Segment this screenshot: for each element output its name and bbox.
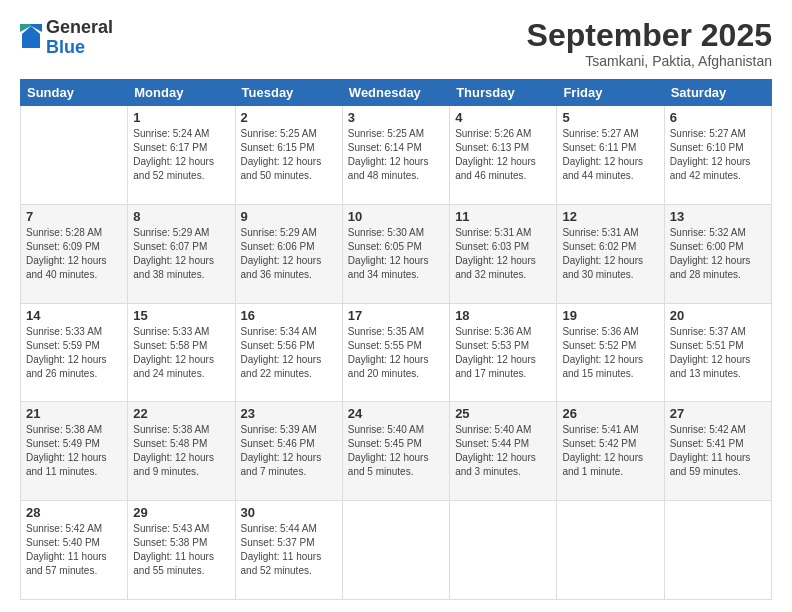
table-row: 10Sunrise: 5:30 AMSunset: 6:05 PMDayligh…	[342, 204, 449, 303]
location-subtitle: Tsamkani, Paktia, Afghanistan	[527, 53, 772, 69]
day-info: Sunrise: 5:42 AMSunset: 5:40 PMDaylight:…	[26, 522, 122, 578]
header: General Blue September 2025 Tsamkani, Pa…	[20, 18, 772, 69]
day-number: 16	[241, 308, 337, 323]
day-info: Sunrise: 5:32 AMSunset: 6:00 PMDaylight:…	[670, 226, 766, 282]
table-row: 2Sunrise: 5:25 AMSunset: 6:15 PMDaylight…	[235, 106, 342, 205]
day-number: 3	[348, 110, 444, 125]
page: General Blue September 2025 Tsamkani, Pa…	[0, 0, 792, 612]
logo-icon	[20, 24, 42, 52]
header-thursday: Thursday	[450, 80, 557, 106]
table-row	[557, 501, 664, 600]
day-info: Sunrise: 5:29 AMSunset: 6:06 PMDaylight:…	[241, 226, 337, 282]
day-info: Sunrise: 5:38 AMSunset: 5:49 PMDaylight:…	[26, 423, 122, 479]
calendar-week-row: 28Sunrise: 5:42 AMSunset: 5:40 PMDayligh…	[21, 501, 772, 600]
day-number: 2	[241, 110, 337, 125]
day-number: 8	[133, 209, 229, 224]
header-tuesday: Tuesday	[235, 80, 342, 106]
calendar-week-row: 14Sunrise: 5:33 AMSunset: 5:59 PMDayligh…	[21, 303, 772, 402]
table-row: 20Sunrise: 5:37 AMSunset: 5:51 PMDayligh…	[664, 303, 771, 402]
table-row: 30Sunrise: 5:44 AMSunset: 5:37 PMDayligh…	[235, 501, 342, 600]
header-friday: Friday	[557, 80, 664, 106]
day-info: Sunrise: 5:35 AMSunset: 5:55 PMDaylight:…	[348, 325, 444, 381]
table-row: 23Sunrise: 5:39 AMSunset: 5:46 PMDayligh…	[235, 402, 342, 501]
day-info: Sunrise: 5:31 AMSunset: 6:02 PMDaylight:…	[562, 226, 658, 282]
day-info: Sunrise: 5:36 AMSunset: 5:52 PMDaylight:…	[562, 325, 658, 381]
day-info: Sunrise: 5:24 AMSunset: 6:17 PMDaylight:…	[133, 127, 229, 183]
day-number: 28	[26, 505, 122, 520]
day-info: Sunrise: 5:29 AMSunset: 6:07 PMDaylight:…	[133, 226, 229, 282]
table-row: 29Sunrise: 5:43 AMSunset: 5:38 PMDayligh…	[128, 501, 235, 600]
table-row: 8Sunrise: 5:29 AMSunset: 6:07 PMDaylight…	[128, 204, 235, 303]
day-info: Sunrise: 5:41 AMSunset: 5:42 PMDaylight:…	[562, 423, 658, 479]
logo-blue-label: Blue	[46, 38, 113, 58]
table-row: 1Sunrise: 5:24 AMSunset: 6:17 PMDaylight…	[128, 106, 235, 205]
table-row: 12Sunrise: 5:31 AMSunset: 6:02 PMDayligh…	[557, 204, 664, 303]
table-row: 28Sunrise: 5:42 AMSunset: 5:40 PMDayligh…	[21, 501, 128, 600]
table-row: 17Sunrise: 5:35 AMSunset: 5:55 PMDayligh…	[342, 303, 449, 402]
day-info: Sunrise: 5:27 AMSunset: 6:11 PMDaylight:…	[562, 127, 658, 183]
calendar-table: Sunday Monday Tuesday Wednesday Thursday…	[20, 79, 772, 600]
day-info: Sunrise: 5:42 AMSunset: 5:41 PMDaylight:…	[670, 423, 766, 479]
day-number: 18	[455, 308, 551, 323]
table-row: 7Sunrise: 5:28 AMSunset: 6:09 PMDaylight…	[21, 204, 128, 303]
header-saturday: Saturday	[664, 80, 771, 106]
day-number: 15	[133, 308, 229, 323]
header-sunday: Sunday	[21, 80, 128, 106]
header-wednesday: Wednesday	[342, 80, 449, 106]
title-block: September 2025 Tsamkani, Paktia, Afghani…	[527, 18, 772, 69]
table-row: 22Sunrise: 5:38 AMSunset: 5:48 PMDayligh…	[128, 402, 235, 501]
day-info: Sunrise: 5:31 AMSunset: 6:03 PMDaylight:…	[455, 226, 551, 282]
day-info: Sunrise: 5:26 AMSunset: 6:13 PMDaylight:…	[455, 127, 551, 183]
table-row: 9Sunrise: 5:29 AMSunset: 6:06 PMDaylight…	[235, 204, 342, 303]
logo: General Blue	[20, 18, 113, 58]
day-number: 9	[241, 209, 337, 224]
logo-text: General Blue	[46, 18, 113, 58]
day-number: 13	[670, 209, 766, 224]
day-number: 21	[26, 406, 122, 421]
table-row	[664, 501, 771, 600]
table-row: 27Sunrise: 5:42 AMSunset: 5:41 PMDayligh…	[664, 402, 771, 501]
day-info: Sunrise: 5:44 AMSunset: 5:37 PMDaylight:…	[241, 522, 337, 578]
header-row: Sunday Monday Tuesday Wednesday Thursday…	[21, 80, 772, 106]
table-row	[450, 501, 557, 600]
day-number: 22	[133, 406, 229, 421]
calendar-week-row: 1Sunrise: 5:24 AMSunset: 6:17 PMDaylight…	[21, 106, 772, 205]
day-info: Sunrise: 5:30 AMSunset: 6:05 PMDaylight:…	[348, 226, 444, 282]
day-info: Sunrise: 5:25 AMSunset: 6:15 PMDaylight:…	[241, 127, 337, 183]
month-title: September 2025	[527, 18, 772, 53]
day-info: Sunrise: 5:33 AMSunset: 5:58 PMDaylight:…	[133, 325, 229, 381]
day-info: Sunrise: 5:40 AMSunset: 5:45 PMDaylight:…	[348, 423, 444, 479]
table-row	[21, 106, 128, 205]
table-row: 19Sunrise: 5:36 AMSunset: 5:52 PMDayligh…	[557, 303, 664, 402]
header-monday: Monday	[128, 80, 235, 106]
day-number: 23	[241, 406, 337, 421]
calendar-week-row: 21Sunrise: 5:38 AMSunset: 5:49 PMDayligh…	[21, 402, 772, 501]
table-row: 5Sunrise: 5:27 AMSunset: 6:11 PMDaylight…	[557, 106, 664, 205]
day-info: Sunrise: 5:43 AMSunset: 5:38 PMDaylight:…	[133, 522, 229, 578]
day-number: 17	[348, 308, 444, 323]
table-row: 4Sunrise: 5:26 AMSunset: 6:13 PMDaylight…	[450, 106, 557, 205]
day-number: 29	[133, 505, 229, 520]
day-info: Sunrise: 5:33 AMSunset: 5:59 PMDaylight:…	[26, 325, 122, 381]
day-number: 5	[562, 110, 658, 125]
table-row: 13Sunrise: 5:32 AMSunset: 6:00 PMDayligh…	[664, 204, 771, 303]
day-info: Sunrise: 5:36 AMSunset: 5:53 PMDaylight:…	[455, 325, 551, 381]
day-info: Sunrise: 5:28 AMSunset: 6:09 PMDaylight:…	[26, 226, 122, 282]
day-number: 19	[562, 308, 658, 323]
day-number: 4	[455, 110, 551, 125]
day-number: 11	[455, 209, 551, 224]
day-number: 7	[26, 209, 122, 224]
day-number: 24	[348, 406, 444, 421]
day-number: 25	[455, 406, 551, 421]
day-info: Sunrise: 5:27 AMSunset: 6:10 PMDaylight:…	[670, 127, 766, 183]
day-number: 1	[133, 110, 229, 125]
day-number: 10	[348, 209, 444, 224]
table-row: 26Sunrise: 5:41 AMSunset: 5:42 PMDayligh…	[557, 402, 664, 501]
day-number: 6	[670, 110, 766, 125]
table-row: 21Sunrise: 5:38 AMSunset: 5:49 PMDayligh…	[21, 402, 128, 501]
day-info: Sunrise: 5:25 AMSunset: 6:14 PMDaylight:…	[348, 127, 444, 183]
table-row: 14Sunrise: 5:33 AMSunset: 5:59 PMDayligh…	[21, 303, 128, 402]
day-number: 27	[670, 406, 766, 421]
day-info: Sunrise: 5:38 AMSunset: 5:48 PMDaylight:…	[133, 423, 229, 479]
day-info: Sunrise: 5:40 AMSunset: 5:44 PMDaylight:…	[455, 423, 551, 479]
